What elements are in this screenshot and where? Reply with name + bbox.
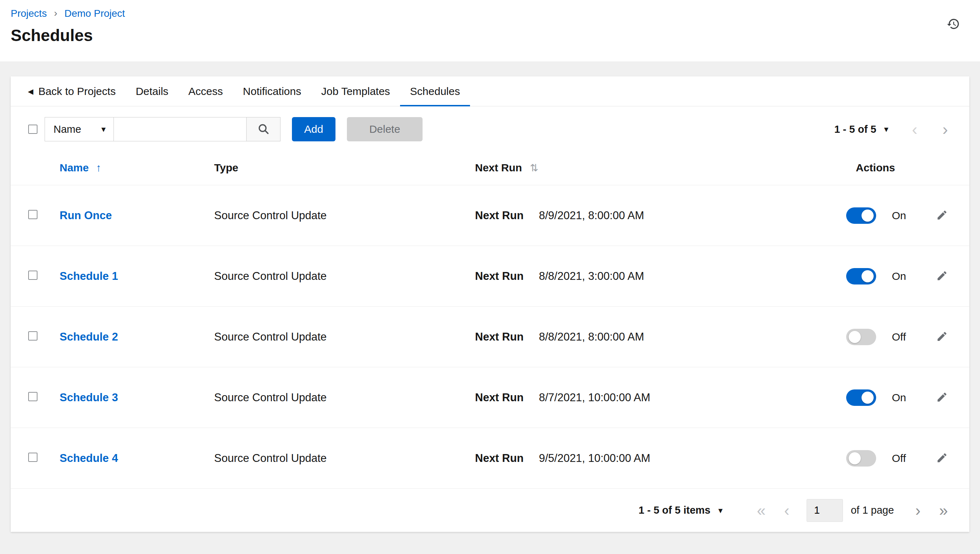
history-icon xyxy=(947,26,960,32)
row-checkbox-cell xyxy=(28,331,60,343)
search-input[interactable] xyxy=(114,117,247,142)
toggle-knob xyxy=(862,270,873,282)
pagination-prev-button[interactable]: ‹ xyxy=(912,121,917,137)
tab-job-templates[interactable]: Job Templates xyxy=(311,76,400,106)
toggle-state-label: On xyxy=(892,392,906,404)
add-button[interactable]: Add xyxy=(292,117,336,142)
edit-button[interactable] xyxy=(936,391,948,404)
activity-stream-button[interactable] xyxy=(947,17,960,32)
breadcrumb-separator-icon: › xyxy=(54,8,57,19)
column-header-next-run[interactable]: Next Run ⇅ xyxy=(475,162,539,174)
back-triangle-icon: ◀ xyxy=(28,87,33,96)
page-number-input[interactable] xyxy=(807,499,843,522)
next-run-value: 8/7/2021, 10:00:00 AM xyxy=(539,391,835,404)
tab-back-label: Back to Projects xyxy=(38,85,116,97)
row-name-cell: Schedule 1 xyxy=(60,270,214,283)
search-button[interactable] xyxy=(247,117,280,142)
row-checkbox[interactable] xyxy=(28,392,37,401)
filter-type-selected-label: Name xyxy=(54,124,81,135)
pagination-first-button[interactable]: « xyxy=(757,503,765,518)
tab-schedules[interactable]: Schedules xyxy=(400,76,470,106)
row-name-cell: Schedule 4 xyxy=(60,452,214,465)
toggle-state-label: On xyxy=(892,210,906,222)
edit-button[interactable] xyxy=(936,209,948,222)
search-icon xyxy=(257,123,269,136)
chevron-down-icon: ▾ xyxy=(101,125,106,134)
table-row: Schedule 2 Source Control Update Next Ru… xyxy=(11,306,969,367)
edit-button[interactable] xyxy=(936,452,948,465)
pencil-icon xyxy=(936,209,948,222)
schedules-card: ◀ Back to Projects Details Access Notifi… xyxy=(11,76,969,532)
sort-unsorted-icon[interactable]: ⇅ xyxy=(530,162,538,174)
schedule-type: Source Control Update xyxy=(214,270,475,283)
row-checkbox[interactable] xyxy=(28,331,37,341)
column-header-next-run-label: Next Run xyxy=(475,162,522,174)
schedule-toggle[interactable] xyxy=(846,450,876,466)
pagination-next-button[interactable]: › xyxy=(943,121,948,137)
tab-back-to-projects[interactable]: ◀ Back to Projects xyxy=(18,76,126,106)
page-title: Schedules xyxy=(11,26,959,45)
next-run-label: Next Run xyxy=(475,391,539,404)
row-checkbox[interactable] xyxy=(28,271,37,280)
schedule-name-link[interactable]: Schedule 2 xyxy=(60,331,118,343)
next-run-value: 8/8/2021, 8:00:00 AM xyxy=(539,331,835,343)
row-name-cell: Schedule 3 xyxy=(60,391,214,404)
schedule-type: Source Control Update xyxy=(214,452,475,465)
row-checkbox-cell xyxy=(28,391,60,404)
schedule-type: Source Control Update xyxy=(214,331,475,343)
schedule-name-link[interactable]: Schedule 1 xyxy=(60,270,118,282)
row-actions-cell: Off xyxy=(835,450,948,466)
tab-details[interactable]: Details xyxy=(126,76,178,106)
pagination-range-dropdown[interactable]: 1 - 5 of 5 ▾ xyxy=(834,124,889,135)
table-row: Schedule 3 Source Control Update Next Ru… xyxy=(11,367,969,428)
pagination-last-button[interactable]: » xyxy=(939,503,948,518)
sort-ascending-icon[interactable]: ↑ xyxy=(96,162,101,174)
schedule-name-link[interactable]: Run Once xyxy=(60,209,112,222)
schedule-name-link[interactable]: Schedule 3 xyxy=(60,391,118,404)
breadcrumb-link-demo-project[interactable]: Demo Project xyxy=(64,8,125,19)
tab-access[interactable]: Access xyxy=(178,76,233,106)
row-checkbox[interactable] xyxy=(28,210,37,219)
page-header: Projects › Demo Project Schedules xyxy=(0,0,980,61)
next-run-value: 8/9/2021, 8:00:00 AM xyxy=(539,209,835,222)
column-header-name[interactable]: Name ↑ xyxy=(60,162,214,174)
pencil-icon xyxy=(936,391,948,404)
toolbar-pagination: 1 - 5 of 5 ▾ ‹ › xyxy=(834,121,948,137)
breadcrumb-link-projects[interactable]: Projects xyxy=(11,8,47,19)
pencil-icon xyxy=(936,331,948,343)
toggle-knob xyxy=(862,392,873,404)
pencil-icon xyxy=(936,452,948,465)
pagination-range-label: 1 - 5 of 5 xyxy=(834,124,877,135)
pagination-next-button[interactable]: › xyxy=(915,503,921,518)
next-run-label: Next Run xyxy=(475,270,539,283)
toggle-state-label: On xyxy=(892,270,906,282)
column-header-actions: Actions xyxy=(835,162,948,174)
tab-notifications[interactable]: Notifications xyxy=(233,76,311,106)
chevron-down-icon: ▾ xyxy=(884,125,888,134)
toggle-knob xyxy=(849,452,861,465)
schedule-rows: Run Once Source Control Update Next Run … xyxy=(11,185,969,488)
items-per-page-dropdown[interactable]: 1 - 5 of 5 items ▾ xyxy=(638,505,723,516)
row-actions-cell: On xyxy=(835,207,948,224)
edit-button[interactable] xyxy=(936,270,948,283)
row-actions-cell: Off xyxy=(835,329,948,345)
row-checkbox[interactable] xyxy=(28,453,37,462)
schedule-toggle[interactable] xyxy=(846,207,876,224)
select-all-checkbox[interactable] xyxy=(28,124,37,134)
delete-button[interactable]: Delete xyxy=(347,117,423,142)
column-header-type: Type xyxy=(214,162,475,174)
pagination-prev-button[interactable]: ‹ xyxy=(784,503,789,518)
toggle-state-label: Off xyxy=(892,452,906,465)
edit-button[interactable] xyxy=(936,331,948,343)
breadcrumb: Projects › Demo Project xyxy=(11,8,959,19)
schedule-toggle[interactable] xyxy=(846,329,876,345)
schedule-toggle[interactable] xyxy=(846,268,876,285)
schedule-name-link[interactable]: Schedule 4 xyxy=(60,452,118,465)
row-checkbox-cell xyxy=(28,209,60,222)
schedule-toggle[interactable] xyxy=(846,390,876,406)
row-actions-cell: On xyxy=(835,268,948,285)
filter-type-dropdown[interactable]: Name ▾ xyxy=(45,117,114,142)
table-row: Run Once Source Control Update Next Run … xyxy=(11,185,969,245)
table-row: Schedule 4 Source Control Update Next Ru… xyxy=(11,428,969,488)
next-run-label: Next Run xyxy=(475,452,539,465)
